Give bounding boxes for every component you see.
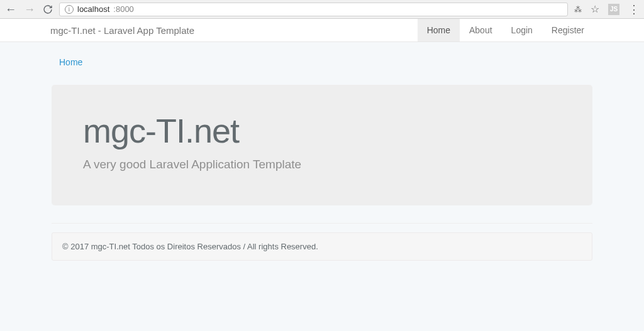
nav-item-register[interactable]: Register (542, 19, 594, 41)
nav-item-about[interactable]: About (460, 19, 502, 41)
jumbotron: mgc-TI.net A very good Laravel Applicati… (52, 85, 592, 205)
translate-icon[interactable]: ⁂ (574, 5, 582, 14)
navbar-nav: Home About Login Register (418, 19, 594, 41)
footer-text: © 2017 mgc-TI.net Todos os Direitos Rese… (62, 242, 318, 251)
forward-button[interactable]: → (24, 4, 35, 15)
breadcrumb: Home (52, 53, 592, 71)
navbar-brand[interactable]: mgc-TI.net - Laravel App Template (50, 19, 194, 41)
main-container: Home mgc-TI.net A very good Laravel Appl… (52, 42, 592, 261)
navbar: mgc-TI.net - Laravel App Template Home A… (0, 19, 644, 42)
site-info-icon[interactable]: i (65, 5, 74, 14)
extension-icon[interactable]: JS (608, 4, 619, 15)
bookmark-star-icon[interactable]: ☆ (591, 3, 599, 15)
nav-item-home[interactable]: Home (418, 19, 460, 41)
toolbar-right: ⁂ ☆ JS ⋮ (574, 3, 639, 16)
menu-dots-icon[interactable]: ⋮ (628, 3, 639, 16)
reload-button[interactable] (43, 4, 53, 14)
footer: © 2017 mgc-TI.net Todos os Direitos Rese… (52, 232, 592, 261)
page-body: mgc-TI.net - Laravel App Template Home A… (0, 19, 644, 331)
browser-toolbar: ← → i localhost:8000 ⁂ ☆ JS ⋮ (0, 0, 644, 19)
nav-item-login[interactable]: Login (502, 19, 542, 41)
address-bar[interactable]: i localhost:8000 (59, 3, 568, 16)
url-port: :8000 (113, 4, 134, 14)
url-host: localhost (77, 4, 109, 14)
jumbotron-subtitle: A very good Laravel Application Template (83, 158, 561, 171)
divider (52, 223, 592, 224)
jumbotron-title: mgc-TI.net (83, 111, 561, 150)
breadcrumb-home[interactable]: Home (59, 57, 82, 67)
nav-arrows: ← → (5, 4, 53, 15)
back-button[interactable]: ← (5, 4, 16, 15)
